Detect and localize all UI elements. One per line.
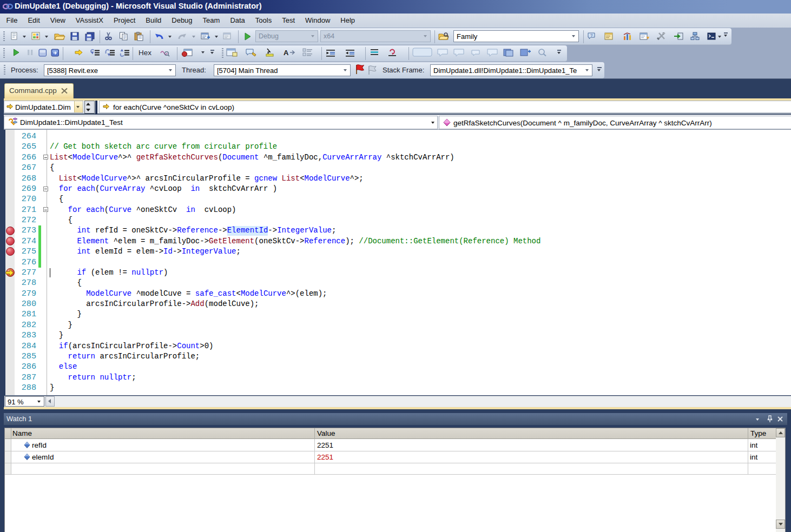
svg-text:?: ? [590, 33, 593, 38]
svg-text:A: A [284, 49, 289, 57]
